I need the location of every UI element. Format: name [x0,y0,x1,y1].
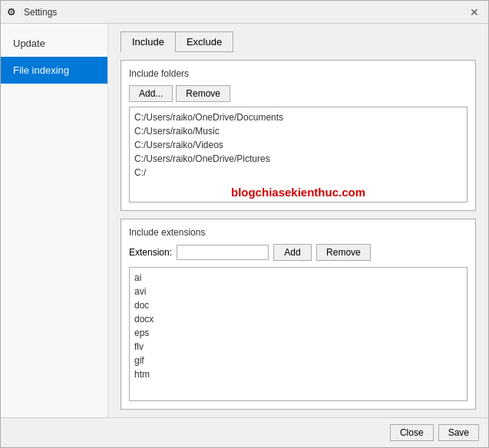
remove-folder-button[interactable]: Remove [176,85,230,102]
window-title: Settings [24,7,57,18]
list-item: gif [134,354,462,367]
list-item: C:/Users/raiko/OneDrive/Documents [134,110,462,124]
list-item: eps [134,326,462,340]
save-button[interactable]: Save [438,424,479,441]
footer: Close Save [1,417,488,447]
extension-list: ai avi doc docx eps flv gif htm [129,267,468,401]
add-folder-button[interactable]: Add... [129,85,173,102]
settings-window: ⚙ Settings ✕ Update File indexing Includ… [0,0,489,448]
tab-include-panel: Include folders Add... Remove C:/Users/r… [121,60,476,410]
titlebar-left: ⚙ Settings [7,6,57,18]
sidebar: Update File indexing [1,24,108,417]
main-panel: Include Exclude Include folders Add... R… [108,24,488,417]
watermark: blogchiasekienthuc.com [134,186,462,199]
titlebar: ⚙ Settings ✕ [1,1,488,24]
list-item: htm [134,367,462,381]
include-extensions-title: Include extensions [129,227,468,238]
include-extensions-section: Include extensions Extension: Add Remove… [121,219,476,410]
list-item: C:/Users/raiko/Music [134,124,462,138]
list-item: C:/Users/raiko/Videos [134,138,462,152]
sidebar-item-file-indexing[interactable]: File indexing [1,57,107,84]
list-item: ai [134,271,462,285]
include-folders-title: Include folders [129,68,468,79]
tab-exclude[interactable]: Exclude [175,31,233,52]
list-item: C:/Users/raiko/OneDrive/Pictures [134,152,462,166]
include-folders-section: Include folders Add... Remove C:/Users/r… [121,60,476,211]
content-area: Update File indexing Include Exclude [1,24,488,417]
list-item: C:/ [134,166,462,180]
tab-bar: Include Exclude [121,31,476,52]
settings-icon: ⚙ [7,6,19,18]
list-item: doc [134,298,462,312]
list-item: avi [134,285,462,298]
sidebar-item-update[interactable]: Update [1,30,107,57]
add-extension-button[interactable]: Add [273,244,312,261]
extension-input[interactable] [177,245,269,260]
extension-label: Extension: [129,247,172,258]
folder-btn-row: Add... Remove [129,85,468,102]
list-item: docx [134,312,462,326]
list-item: flv [134,340,462,354]
remove-extension-button[interactable]: Remove [316,244,371,261]
tab-include[interactable]: Include [121,31,175,52]
close-window-button[interactable]: ✕ [467,5,482,20]
extension-input-row: Extension: Add Remove [129,244,468,261]
folder-list: C:/Users/raiko/OneDrive/Documents C:/Use… [129,107,468,203]
close-button[interactable]: Close [390,424,434,441]
